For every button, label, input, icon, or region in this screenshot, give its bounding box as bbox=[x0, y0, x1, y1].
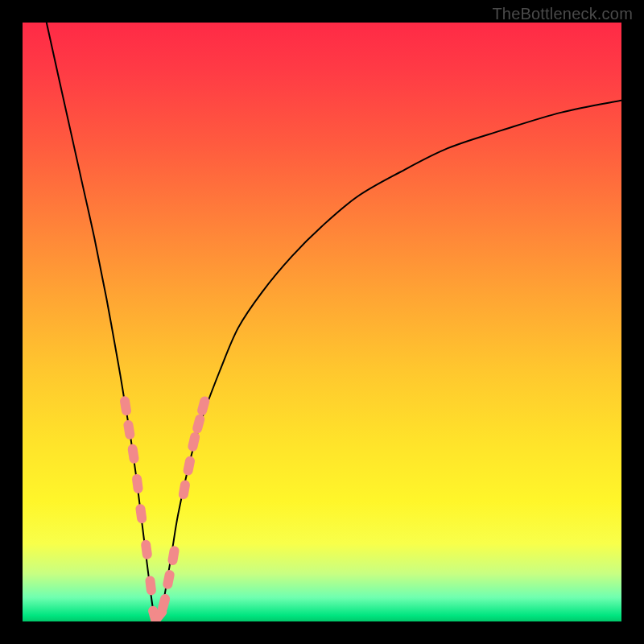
bottleneck-curve bbox=[47, 23, 621, 620]
watermark-text: TheBottleneck.com bbox=[492, 5, 633, 23]
highlight-marker bbox=[192, 413, 206, 434]
highlight-marker bbox=[196, 395, 211, 416]
highlight-marker bbox=[145, 576, 157, 596]
plot-area bbox=[23, 23, 621, 621]
highlight-marker bbox=[127, 444, 140, 464]
chart-frame: TheBottleneck.com bbox=[0, 0, 644, 644]
curve-layer bbox=[23, 23, 621, 621]
highlight-marker bbox=[119, 395, 132, 416]
highlighted-markers bbox=[119, 395, 210, 621]
highlight-marker bbox=[167, 545, 180, 566]
highlight-marker bbox=[187, 431, 200, 452]
highlight-marker bbox=[131, 473, 143, 493]
highlight-marker bbox=[157, 593, 171, 614]
highlight-marker bbox=[140, 539, 152, 559]
highlight-marker bbox=[178, 479, 191, 500]
highlight-marker bbox=[183, 456, 196, 477]
highlight-marker bbox=[162, 569, 175, 590]
highlight-marker bbox=[123, 419, 136, 440]
highlight-marker bbox=[135, 503, 147, 523]
